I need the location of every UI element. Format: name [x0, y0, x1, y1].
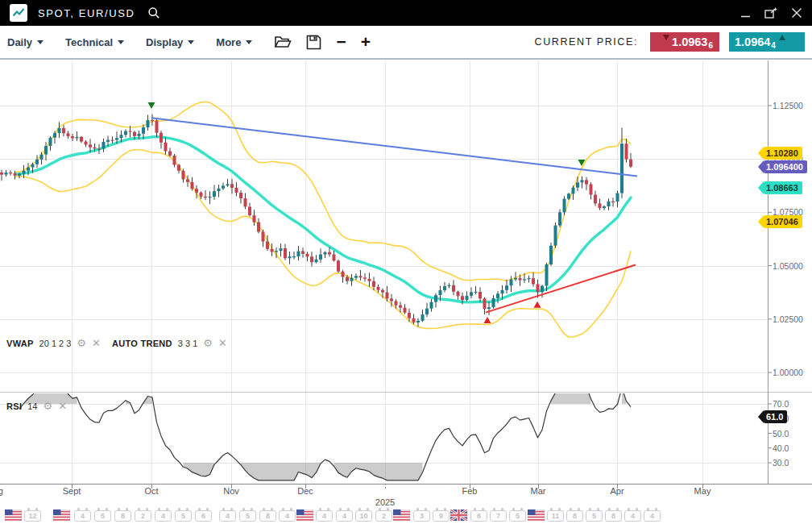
gear-icon[interactable]: ⚙: [44, 401, 53, 411]
app-logo-icon: [10, 4, 27, 22]
calendar-event-icon[interactable]: 12: [24, 510, 41, 522]
calendar-event-icon[interactable]: 6: [470, 510, 487, 522]
flag-us-icon[interactable]: [5, 509, 22, 524]
calendar-event-count: 4: [280, 511, 295, 521]
calendar-event-icon[interactable]: 8: [114, 510, 131, 522]
calendar-event-count: 5: [510, 511, 525, 521]
flag-us-icon[interactable]: [53, 509, 70, 524]
calendar-event-icon[interactable]: 2: [375, 510, 392, 522]
calendar-event-icon[interactable]: 4: [279, 510, 296, 522]
gear-icon[interactable]: ⚙: [203, 338, 213, 348]
menu-technical[interactable]: Technical: [65, 36, 124, 48]
calendar-event-count: 2: [135, 511, 151, 521]
price-axis-tick: 1.12500: [773, 101, 803, 110]
calendar-event-icon[interactable]: 4: [336, 510, 353, 522]
menu-more-label: More: [216, 36, 241, 48]
window-title: SPOT, EUR/USD: [38, 7, 135, 19]
zoom-out-button[interactable]: −: [336, 34, 346, 50]
time-axis-month-label: Aug: [0, 486, 3, 496]
minimize-button[interactable]: [740, 8, 751, 19]
calendar-event-count: 4: [220, 511, 235, 521]
calendar-event-icon[interactable]: 5: [175, 510, 192, 522]
search-icon[interactable]: [147, 6, 160, 19]
close-icon[interactable]: ✕: [58, 401, 67, 411]
calendar-event-icon[interactable]: 4: [644, 510, 661, 522]
vwap-legend: VWAP 20 1 2 3 ⚙ ✕ AUTO TREND 3 3 1 ⚙ ✕: [6, 338, 227, 348]
time-axis-month-label: May: [694, 486, 711, 496]
bid-price-badge: 1.0963 6: [650, 32, 719, 52]
open-file-icon[interactable]: [274, 35, 292, 49]
price-up-arrow-icon: [779, 35, 785, 40]
upper-band-badge: 1.10280: [764, 147, 802, 160]
calendar-event-icon[interactable]: 4: [74, 510, 91, 522]
rsi-legend-params: 14: [27, 401, 37, 411]
flag-us-icon[interactable]: [296, 509, 313, 524]
calendar-event-icon[interactable]: 4: [316, 510, 333, 522]
time-axis-month-label: Feb: [462, 486, 478, 496]
calendar-event-icon[interactable]: 5: [586, 510, 603, 522]
rsi-legend-name: RSI: [6, 401, 22, 411]
calendar-event-icon[interactable]: 5: [509, 510, 526, 522]
calendar-event-icon[interactable]: 6: [195, 510, 212, 522]
time-axis-year-label: 2025: [375, 497, 395, 507]
calendar-event-icon[interactable]: 4: [624, 510, 641, 522]
calendar-event-count: 5: [586, 511, 602, 521]
calendar-event-count: 8: [260, 511, 276, 521]
calendar-event-icon[interactable]: 2: [135, 510, 151, 522]
time-axis-month-label: Sept: [63, 486, 81, 496]
price-axis-tick: 1.02500: [773, 314, 803, 324]
bid-price-value: 1.0963: [672, 35, 707, 48]
flag-us-icon[interactable]: [393, 509, 410, 524]
calendar-event-count: 5: [95, 511, 110, 521]
close-button[interactable]: [791, 7, 802, 19]
ask-price-pip: 4: [771, 41, 776, 50]
calendar-event-count: 4: [644, 511, 660, 521]
calendar-event-count: 4: [155, 511, 171, 521]
calendar-event-icon[interactable]: 4: [155, 510, 172, 522]
calendar-event-count: 12: [25, 511, 40, 521]
rsi-value-badge: 61.0: [764, 410, 787, 423]
calendar-event-count: 4: [625, 511, 640, 521]
calendar-event-icon[interactable]: 5: [94, 510, 111, 522]
chart-overlays: 1.125001.100001.075001.050001.025001.000…: [0, 0, 812, 524]
calendar-event-icon[interactable]: 3: [413, 510, 430, 522]
menu-timeframe[interactable]: Daily: [7, 36, 44, 48]
calendar-event-count: 7: [491, 511, 506, 521]
chevron-down-icon: [188, 40, 194, 44]
calendar-event-count: 8: [567, 511, 582, 521]
bid-price-pip: 6: [708, 41, 713, 50]
calendar-event-icon[interactable]: 4: [219, 510, 236, 522]
calendar-event-icon[interactable]: 11: [547, 510, 564, 522]
calendar-event-icon[interactable]: 10: [355, 510, 372, 522]
calendar-event-count: 4: [75, 511, 90, 521]
calendar-event-count: 3: [414, 511, 429, 521]
flag-us-icon[interactable]: [528, 509, 545, 524]
menu-display[interactable]: Display: [146, 36, 194, 48]
ask-price-value: 1.0964: [735, 35, 770, 48]
chevron-down-icon: [118, 40, 124, 44]
last-price-badge: 1.096400: [764, 160, 807, 173]
chevron-down-icon: [246, 40, 252, 44]
chevron-down-icon: [37, 40, 44, 44]
calendar-event-count: 5: [176, 511, 191, 521]
calendar-event-count: 2: [376, 511, 392, 521]
gear-icon[interactable]: ⚙: [77, 338, 86, 348]
flag-uk-icon[interactable]: [450, 509, 467, 524]
calendar-event-icon[interactable]: 7: [490, 510, 507, 522]
time-axis-month-label: Oct: [144, 486, 158, 496]
calendar-event-count: 11: [548, 511, 563, 521]
save-icon[interactable]: [306, 35, 321, 50]
popout-button[interactable]: [764, 7, 777, 19]
close-icon[interactable]: ✕: [92, 338, 101, 348]
zoom-in-button[interactable]: +: [361, 34, 371, 50]
calendar-event-icon[interactable]: 5: [239, 510, 256, 522]
time-axis-month-label: Apr: [610, 486, 624, 496]
calendar-event-icon[interactable]: 8: [566, 510, 583, 522]
calendar-event-icon[interactable]: 8: [605, 510, 622, 522]
menu-technical-label: Technical: [65, 36, 113, 48]
menu-more[interactable]: More: [216, 36, 252, 48]
close-icon[interactable]: ✕: [218, 338, 227, 348]
calendar-event-icon[interactable]: 8: [259, 510, 276, 522]
calendar-event-icon[interactable]: 9: [433, 510, 450, 522]
vwap-legend-params: 20 1 2 3: [39, 339, 72, 348]
